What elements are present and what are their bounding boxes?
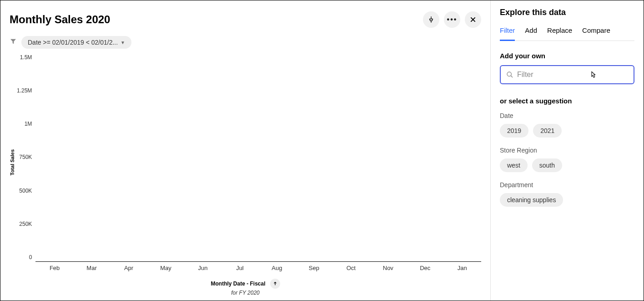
suggestion-group-label: Date: [500, 112, 634, 119]
y-tick: 0: [29, 254, 32, 260]
chevron-down-icon: ▼: [121, 40, 125, 45]
tab-replace[interactable]: Replace: [547, 26, 572, 41]
header-actions: •••: [423, 11, 481, 28]
main-panel: Monthly Sales 2020 ••• Date >= 02/01/201…: [0, 0, 491, 301]
chart-area: Total Sales 1.5M1.25M1M750K500K250K0 Feb…: [10, 53, 481, 296]
bars-area: FebMarAprMayJunJulAugSepOctNovDecJan: [35, 53, 481, 271]
page-title: Monthly Sales 2020: [10, 13, 110, 26]
suggestion-chip[interactable]: cleaning supplies: [500, 193, 563, 207]
close-icon: [469, 16, 477, 23]
x-label: Jun: [186, 262, 220, 271]
plot-wrap: Total Sales 1.5M1.25M1M750K500K250K0 Feb…: [10, 53, 481, 271]
suggestion-chip[interactable]: west: [500, 158, 528, 172]
suggestion-group-label: Department: [500, 181, 634, 189]
x-label: Mar: [75, 262, 109, 271]
x-label: Nov: [371, 262, 405, 271]
chip-row: 20192021: [500, 124, 634, 138]
suggestion-chip[interactable]: 2019: [500, 124, 528, 138]
y-tick: 500K: [19, 188, 32, 194]
x-label: Apr: [111, 262, 146, 271]
x-label: Jul: [223, 262, 257, 271]
x-label: May: [149, 262, 183, 271]
arrow-up-icon: [273, 281, 277, 286]
side-panel: Explore this data FilterAddReplaceCompar…: [491, 0, 644, 301]
y-tick: 750K: [19, 154, 32, 160]
more-icon: •••: [447, 15, 458, 24]
x-axis-title-row: Monthly Date - Fiscal: [211, 279, 280, 289]
x-axis-subtitle: for FY 2020: [10, 290, 481, 296]
bars: [35, 53, 481, 262]
x-label: Aug: [260, 262, 294, 271]
y-tick: 1M: [25, 121, 32, 127]
x-label: Sep: [297, 262, 331, 271]
tab-filter[interactable]: Filter: [500, 26, 515, 41]
y-tick: 250K: [19, 221, 32, 227]
suggestion-chip[interactable]: 2021: [533, 124, 562, 138]
x-label: Dec: [408, 262, 442, 271]
filter-icon: [10, 38, 17, 47]
side-panel-title: Explore this data: [500, 8, 634, 17]
filter-input[interactable]: [517, 71, 628, 79]
y-axis-title: Total Sales: [10, 149, 15, 175]
x-axis-title: Monthly Date - Fiscal: [211, 281, 265, 287]
y-tick: 1.5M: [20, 54, 32, 61]
add-own-label: Add your own: [500, 52, 634, 60]
more-button[interactable]: •••: [444, 11, 460, 28]
y-axis: 1.5M1.25M1M750K500K250K0: [17, 53, 35, 271]
close-button[interactable]: [465, 11, 481, 28]
search-icon: [506, 71, 513, 78]
chip-row: westsouth: [500, 158, 634, 172]
x-label: Feb: [37, 262, 71, 271]
x-labels: FebMarAprMayJunJulAugSepOctNovDecJan: [35, 262, 481, 271]
filter-chip-date[interactable]: Date >= 02/01/2019 < 02/01/2... ▼: [21, 36, 131, 49]
header: Monthly Sales 2020 •••: [10, 11, 481, 28]
suggestion-group-label: Store Region: [500, 147, 634, 154]
filter-input-wrap[interactable]: [500, 65, 634, 84]
tab-compare[interactable]: Compare: [582, 26, 610, 41]
sort-button[interactable]: [270, 279, 280, 289]
suggestions: Date20192021Store RegionwestsouthDepartm…: [500, 112, 634, 216]
y-tick: 1.25M: [17, 87, 32, 94]
tabs: FilterAddReplaceCompare: [500, 26, 634, 41]
pin-icon: [428, 16, 435, 23]
x-label: Oct: [334, 262, 368, 271]
suggestion-chip[interactable]: south: [532, 158, 562, 172]
chip-row: cleaning supplies: [500, 193, 634, 207]
x-axis-caption: Monthly Date - Fiscal for FY 2020: [10, 279, 481, 296]
tab-add[interactable]: Add: [525, 26, 537, 41]
pin-button[interactable]: [423, 11, 439, 28]
suggestion-label: or select a suggestion: [500, 97, 634, 105]
plot: 1.5M1.25M1M750K500K250K0 FebMarAprMayJun…: [17, 53, 481, 271]
filter-chip-label: Date >= 02/01/2019 < 02/01/2...: [28, 39, 118, 46]
filter-bar: Date >= 02/01/2019 < 02/01/2... ▼: [10, 36, 481, 49]
svg-point-0: [507, 72, 511, 76]
x-label: Jan: [445, 262, 479, 271]
